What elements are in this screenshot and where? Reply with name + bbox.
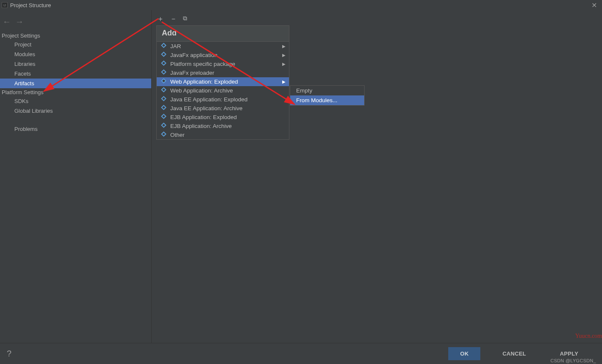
submenu-arrow-icon: ▶ (282, 53, 286, 57)
sidebar-item-libraries[interactable]: Libraries (0, 59, 151, 69)
submenu-arrow-icon: ▶ (282, 62, 286, 66)
add-item-label: Java EE Application: Exploded (170, 96, 248, 103)
artifact-icon (160, 61, 167, 67)
add-item-jar[interactable]: JAR ▶ (157, 42, 289, 51)
add-item-label: EJB Application: Exploded (170, 114, 237, 120)
sidebar-item-sdks[interactable]: SDKs (0, 96, 151, 106)
help-button[interactable]: ? (7, 349, 11, 359)
artifact-icon (160, 88, 167, 94)
add-popup-header: Add (157, 26, 289, 42)
add-item-label: Web Application: Archive (170, 87, 233, 94)
sub-item-from-modules[interactable]: From Modules... (290, 95, 364, 105)
artifact-icon (160, 97, 167, 103)
add-item-javaee-archive[interactable]: Java EE Application: Archive (157, 104, 289, 113)
cancel-button[interactable]: CANCEL (490, 347, 538, 360)
add-item-ejb-archive[interactable]: EJB Application: Archive (157, 122, 289, 130)
add-item-label: JavaFx preloader (170, 70, 214, 76)
add-icon[interactable]: ＋ (157, 15, 164, 22)
add-item-javaee-exploded[interactable]: Java EE Application: Exploded (157, 95, 289, 104)
sidebar-item-facets[interactable]: Facets (0, 69, 151, 79)
add-item-label: Platform specific package (170, 61, 235, 67)
add-item-platform-package[interactable]: Platform specific package ▶ (157, 60, 289, 68)
artifacts-toolbar: ＋ － ⧉ (152, 10, 602, 25)
add-item-label: Web Application: Exploded (170, 79, 238, 85)
nav-back-icon[interactable]: ← (3, 17, 11, 27)
artifact-icon (160, 70, 167, 76)
watermark-csdn: CSDN @LYGCSDN_ (550, 358, 596, 363)
add-item-web-exploded[interactable]: Web Application: Exploded ▶ (157, 77, 289, 86)
sub-item-empty[interactable]: Empty (290, 86, 364, 95)
submenu-popup: Empty From Modules... (290, 85, 365, 106)
sidebar-group-project-settings: Project Settings (0, 32, 151, 40)
sidebar-item-global-libraries[interactable]: Global Libraries (0, 106, 151, 116)
ok-button[interactable]: OK (448, 347, 480, 360)
artifact-icon (160, 106, 167, 111)
add-item-label: Java EE Application: Archive (170, 105, 242, 111)
close-icon[interactable]: ✕ (586, 1, 602, 9)
window-title: Project Structure (10, 2, 51, 8)
add-item-label: Other (170, 132, 185, 138)
artifact-icon (160, 79, 167, 85)
submenu-arrow-icon: ▶ (282, 44, 286, 49)
remove-icon[interactable]: － (170, 15, 177, 22)
copy-icon[interactable]: ⧉ (183, 15, 187, 22)
submenu-arrow-icon: ▶ (282, 79, 286, 84)
watermark-site: Yuucn.com (575, 333, 602, 340)
sidebar-item-modules[interactable]: Modules (0, 49, 151, 59)
add-item-ejb-exploded[interactable]: EJB Application: Exploded (157, 113, 289, 122)
dialog-footer: ? OK CANCEL APPLY (0, 343, 602, 364)
add-item-web-archive[interactable]: Web Application: Archive (157, 86, 289, 95)
sidebar-group-platform-settings: Platform Settings (0, 88, 151, 96)
artifact-icon (160, 43, 167, 49)
add-item-label: JavaFx application (170, 52, 218, 58)
add-item-label: EJB Application: Archive (170, 123, 232, 129)
add-popup: Add JAR ▶ JavaFx application ▶ Platform … (156, 25, 289, 140)
add-item-label: JAR (170, 43, 181, 49)
nav-forward-icon[interactable]: → (15, 17, 24, 27)
titlebar: IJ Project Structure ✕ (0, 0, 602, 10)
sidebar: Project Settings Project Modules Librari… (0, 32, 151, 134)
add-item-javafx-app[interactable]: JavaFx application ▶ (157, 51, 289, 60)
add-item-javafx-preloader[interactable]: JavaFx preloader (157, 68, 289, 77)
add-item-other[interactable]: Other (157, 130, 289, 139)
artifact-icon (160, 132, 167, 138)
sidebar-item-artifacts[interactable]: Artifacts (0, 79, 151, 88)
artifact-icon (160, 114, 167, 120)
sidebar-item-problems[interactable]: Problems (0, 124, 151, 134)
artifact-icon (160, 52, 167, 58)
app-icon: IJ (2, 2, 8, 8)
artifact-icon (160, 123, 167, 129)
sidebar-item-project[interactable]: Project (0, 40, 151, 49)
